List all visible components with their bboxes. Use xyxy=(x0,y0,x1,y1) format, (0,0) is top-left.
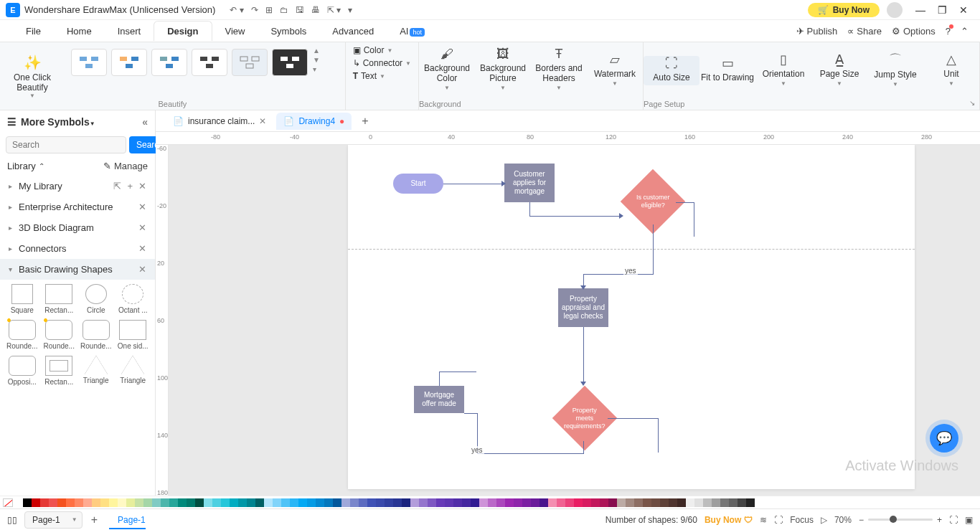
color-swatch[interactable] xyxy=(393,498,402,507)
color-swatch[interactable] xyxy=(471,498,479,507)
collapse-ribbon-button[interactable]: ⌃ xyxy=(961,26,969,37)
menu-ai[interactable]: AIhot xyxy=(387,22,438,41)
connector[interactable] xyxy=(583,274,653,275)
color-swatch[interactable] xyxy=(135,498,143,507)
color-swatch[interactable] xyxy=(488,498,496,507)
page-selector[interactable]: Page-1▼ xyxy=(24,511,83,529)
color-swatch[interactable] xyxy=(531,498,540,507)
print-icon[interactable]: 🖶 xyxy=(311,5,320,15)
save-icon[interactable]: 🖫 xyxy=(296,5,304,15)
color-swatch[interactable] xyxy=(161,498,169,507)
page-setup-expand[interactable]: ↘ xyxy=(969,99,975,107)
jump-style-button[interactable]: ⌒Jump Style▼ xyxy=(867,51,923,90)
color-swatch[interactable] xyxy=(445,498,453,507)
color-swatch[interactable] xyxy=(479,498,488,507)
zoom-in-button[interactable]: + xyxy=(937,515,942,525)
flow-node-appraisal[interactable]: Property appraisal and legal checks xyxy=(558,288,608,327)
color-swatch[interactable] xyxy=(453,498,462,507)
presentation-icon[interactable]: ▷ xyxy=(821,515,827,525)
color-swatch[interactable] xyxy=(247,498,255,507)
help-button[interactable]: ? xyxy=(946,26,951,37)
theme-thumb[interactable] xyxy=(151,49,187,76)
color-swatch[interactable] xyxy=(178,498,187,507)
color-swatch[interactable] xyxy=(608,498,617,507)
menu-view[interactable]: View xyxy=(212,22,258,41)
menu-symbols[interactable]: Symbols xyxy=(258,22,319,41)
color-swatch[interactable] xyxy=(419,498,428,507)
close-window-button[interactable]: ✕ xyxy=(953,4,974,16)
search-input[interactable] xyxy=(6,136,126,153)
color-swatch[interactable] xyxy=(49,498,57,507)
color-swatch[interactable] xyxy=(32,498,40,507)
page-indicator[interactable]: Page-1 xyxy=(109,515,146,529)
theme-scroll-up[interactable]: ▲ xyxy=(313,47,326,55)
add-tab-button[interactable]: + xyxy=(354,115,375,128)
redo-icon[interactable]: ↷ xyxy=(251,5,258,15)
publish-button[interactable]: ✈Publish xyxy=(796,26,838,37)
borders-headers-button[interactable]: ŦBorders and Headers▼ xyxy=(531,47,587,94)
color-swatch[interactable] xyxy=(75,498,83,507)
shape-item[interactable]: Circle xyxy=(78,283,114,316)
color-swatch[interactable] xyxy=(643,498,651,507)
library-category[interactable]: ▾Basic Drawing Shapes✕ xyxy=(0,259,155,280)
color-swatch[interactable] xyxy=(264,498,273,507)
menu-advanced[interactable]: Advanced xyxy=(319,22,387,41)
shape-item[interactable]: Rectan... xyxy=(42,283,77,316)
color-swatch[interactable] xyxy=(720,498,729,507)
more-qat-icon[interactable]: ▾ xyxy=(348,5,352,15)
color-swatch[interactable] xyxy=(367,498,376,507)
layers-icon[interactable]: ≋ xyxy=(760,515,767,525)
color-swatch[interactable] xyxy=(273,498,281,507)
auto-size-button[interactable]: ⛶Auto Size xyxy=(644,56,699,85)
color-swatch[interactable] xyxy=(66,498,75,507)
color-swatch[interactable] xyxy=(255,498,264,507)
connector[interactable] xyxy=(439,372,476,372)
color-swatch[interactable] xyxy=(307,498,316,507)
color-swatch[interactable] xyxy=(204,498,212,507)
color-swatch[interactable] xyxy=(385,498,393,507)
color-swatch[interactable] xyxy=(522,498,531,507)
shape-item[interactable]: Square xyxy=(4,283,40,316)
connector[interactable] xyxy=(694,202,694,237)
menu-insert[interactable]: Insert xyxy=(105,22,154,41)
page-size-button[interactable]: A̲Page Size▼ xyxy=(811,52,867,90)
theme-thumb[interactable] xyxy=(111,49,147,76)
color-swatch[interactable] xyxy=(746,498,755,507)
connector[interactable] xyxy=(583,327,584,384)
zoom-out-button[interactable]: − xyxy=(859,515,864,525)
no-color-swatch[interactable] xyxy=(3,498,13,507)
shape-item[interactable]: Opposi... xyxy=(4,354,40,387)
color-swatch[interactable] xyxy=(583,498,591,507)
color-swatch[interactable] xyxy=(281,498,290,507)
color-swatch[interactable] xyxy=(23,498,32,507)
color-swatch[interactable] xyxy=(57,498,66,507)
color-swatch[interactable] xyxy=(341,498,350,507)
connector[interactable] xyxy=(653,224,654,275)
color-swatch[interactable] xyxy=(496,498,505,507)
focus-button[interactable]: Focus xyxy=(790,515,814,525)
buy-now-footer[interactable]: Buy Now🛡 xyxy=(705,515,753,525)
close-icon[interactable]: ✕ xyxy=(138,264,146,275)
color-swatch[interactable] xyxy=(651,498,660,507)
zoom-slider[interactable] xyxy=(868,519,933,521)
color-swatch[interactable] xyxy=(118,498,126,507)
color-swatch[interactable] xyxy=(402,498,410,507)
fullscreen-icon[interactable]: ⛶ xyxy=(774,515,783,525)
connector[interactable] xyxy=(529,216,622,217)
maximize-button[interactable]: ❐ xyxy=(931,4,953,16)
more-symbols-button[interactable]: More Symbols▼ xyxy=(21,116,95,128)
flow-node-apply[interactable]: Customer applies for mortgage xyxy=(504,164,555,202)
color-swatch[interactable] xyxy=(574,498,583,507)
color-swatch[interactable] xyxy=(436,498,445,507)
buy-now-button[interactable]: 🛒 Buy Now xyxy=(808,3,880,17)
document-tab[interactable]: 📄 insurance claim... ✕ xyxy=(166,113,273,130)
export-icon[interactable]: ⇱ xyxy=(113,181,121,191)
library-category[interactable]: ▸My Library⇱+✕ xyxy=(0,176,155,197)
color-swatch[interactable] xyxy=(212,498,221,507)
options-button[interactable]: ⚙Options xyxy=(892,26,936,37)
watermark-button[interactable]: ▱Watermark▼ xyxy=(587,52,643,90)
color-swatch[interactable] xyxy=(376,498,385,507)
color-button[interactable]: ▣Color▼ xyxy=(353,45,411,55)
color-swatch[interactable] xyxy=(83,498,92,507)
unit-button[interactable]: △Unit▼ xyxy=(923,52,979,90)
